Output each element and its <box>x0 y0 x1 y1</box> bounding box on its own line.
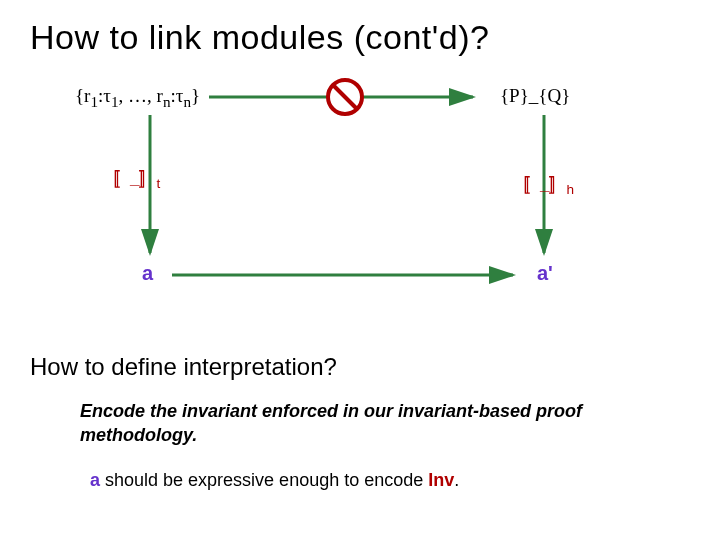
diagram-area: {r1:τ1, …, rn:τn} {P}_{Q} 〚_〛t 〚_〛h a a' <box>0 67 720 347</box>
bottom-arrow <box>168 263 523 287</box>
question-heading: How to define interpretation? <box>0 347 720 391</box>
body-line-1: Encode the invariant enforced in our inv… <box>0 391 720 456</box>
right-top-spec: {P}_{Q} <box>500 85 570 107</box>
a-prime-label: a' <box>537 262 553 285</box>
right-translation-bracket: 〚_〛h <box>523 173 574 197</box>
slide-title: How to link modules (cont'd)? <box>0 0 720 67</box>
body-line-2: a should be expressive enough to encode … <box>0 456 720 500</box>
left-top-type-env: {r1:τ1, …, rn:τn} <box>75 85 200 111</box>
left-translation-bracket: 〚_〛t <box>113 167 160 191</box>
a-label: a <box>142 262 153 285</box>
top-arrow-forbidden <box>205 75 485 119</box>
